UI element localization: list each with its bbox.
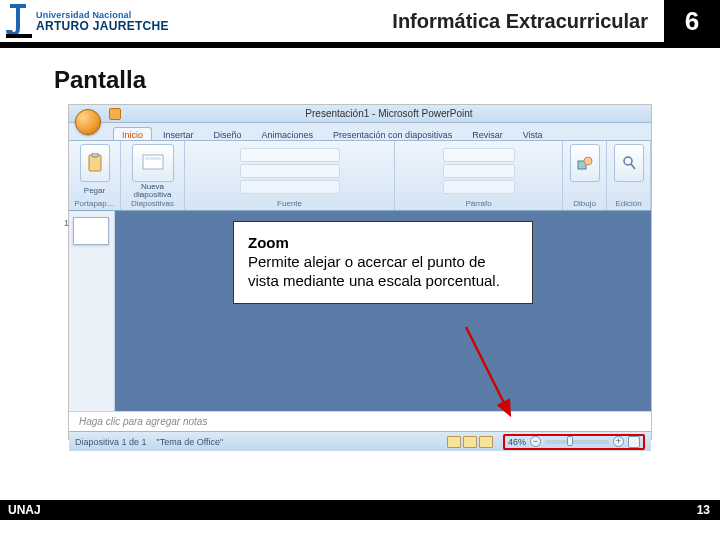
new-slide-label: Nueva diapositiva	[134, 183, 172, 199]
document-icon	[109, 108, 121, 120]
office-button-icon[interactable]	[75, 109, 101, 135]
group-slides-label: Diapositivas	[131, 199, 174, 210]
tab-vista[interactable]: Vista	[514, 127, 552, 140]
tab-presentacion[interactable]: Presentación con diapositivas	[324, 127, 461, 140]
section-heading: Pantalla	[54, 66, 146, 94]
slide-thumbnails	[69, 211, 115, 411]
status-bar: Diapositiva 1 de 1 "Tema de Office" 46% …	[69, 431, 651, 451]
slide-canvas: Zoom Permite alejar o acercar el punto d…	[115, 211, 651, 411]
window-title-bar: Presentación1 - Microsoft PowerPoint	[69, 105, 651, 123]
svg-line-9	[466, 327, 510, 415]
footer-left: UNAJ	[0, 503, 41, 517]
paste-label: Pegar	[84, 186, 105, 195]
ribbon: Pegar Portapap… Nueva diapositiva Diapos…	[69, 141, 651, 211]
editing-button[interactable]	[614, 144, 644, 182]
drawing-button[interactable]	[570, 144, 600, 182]
view-sorter-button[interactable]	[463, 436, 477, 448]
new-slide-button[interactable]	[132, 144, 174, 182]
zoom-percent[interactable]: 46%	[508, 437, 526, 447]
zoom-control-highlight: 46% − +	[503, 434, 645, 450]
svg-rect-2	[92, 153, 98, 157]
window-title: Presentación1 - Microsoft PowerPoint	[127, 108, 651, 119]
logo-mark-icon	[6, 4, 32, 38]
status-slide-count: Diapositiva 1 de 1	[75, 437, 147, 447]
university-logo: Universidad Nacional ARTURO JAURETCHE	[0, 0, 169, 42]
ribbon-tabs: Inicio Insertar Diseño Animaciones Prese…	[69, 123, 651, 141]
unit-number: 6	[664, 0, 720, 42]
find-icon	[622, 155, 636, 171]
notes-pane[interactable]: Haga clic para agregar notas	[69, 411, 651, 431]
status-theme: "Tema de Office"	[157, 437, 224, 447]
group-editing-label: Edición	[615, 199, 641, 210]
view-slideshow-button[interactable]	[479, 436, 493, 448]
svg-rect-4	[145, 157, 161, 160]
tab-insertar[interactable]: Insertar	[154, 127, 203, 140]
arrow-icon	[460, 323, 520, 423]
group-font-label: Fuente	[277, 199, 302, 210]
view-normal-button[interactable]	[447, 436, 461, 448]
course-title: Informática Extracurricular	[392, 10, 664, 33]
tab-inicio[interactable]: Inicio	[113, 127, 152, 140]
tab-revisar[interactable]: Revisar	[463, 127, 512, 140]
shapes-icon	[577, 155, 593, 171]
tab-diseno[interactable]: Diseño	[205, 127, 251, 140]
group-drawing-label: Dibujo	[573, 199, 596, 210]
zoom-callout: Zoom Permite alejar o acercar el punto d…	[233, 221, 533, 304]
zoom-out-button[interactable]: −	[530, 436, 541, 447]
zoom-slider[interactable]	[545, 440, 609, 444]
callout-body: Permite alejar o acercar el punto de vis…	[248, 253, 518, 291]
svg-point-6	[584, 157, 592, 165]
group-clipboard-label: Portapap…	[74, 199, 114, 210]
powerpoint-screenshot: Presentación1 - Microsoft PowerPoint Ini…	[68, 104, 652, 440]
callout-title: Zoom	[248, 234, 518, 251]
clipboard-icon	[87, 153, 103, 173]
zoom-in-button[interactable]: +	[613, 436, 624, 447]
view-buttons	[447, 436, 493, 448]
tab-animaciones[interactable]: Animaciones	[253, 127, 323, 140]
zoom-slider-thumb[interactable]	[567, 436, 573, 446]
footer-page-number: 13	[697, 503, 720, 517]
svg-rect-0	[6, 34, 32, 38]
group-paragraph-label: Párrafo	[465, 199, 491, 210]
svg-line-8	[631, 164, 635, 169]
new-slide-icon	[142, 154, 164, 172]
zoom-fit-button[interactable]	[628, 436, 640, 448]
slide-thumbnail-1[interactable]	[73, 217, 109, 245]
logo-line2: ARTURO JAURETCHE	[36, 20, 169, 32]
svg-point-7	[624, 157, 632, 165]
paste-button[interactable]	[80, 144, 110, 182]
